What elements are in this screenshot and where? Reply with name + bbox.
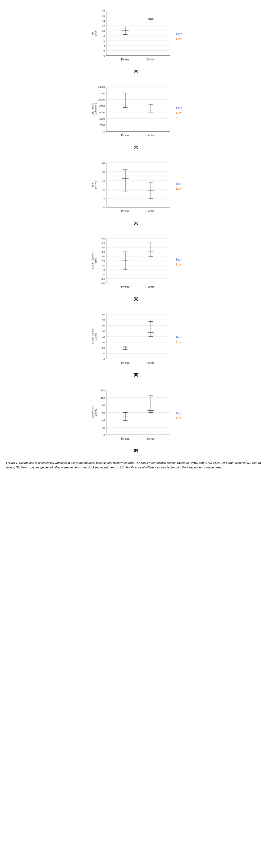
svg-text:3.0: 3.0 <box>101 255 105 258</box>
svg-text:8000: 8000 <box>99 105 105 107</box>
svg-text:25: 25 <box>102 161 105 164</box>
chart-legend-E: HighLow <box>176 335 182 345</box>
svg-text:4: 4 <box>103 44 105 47</box>
chart-svg-C: 0510152025PatientControlESR(mm/h) <box>90 157 174 219</box>
chart-section-A: 024681012141618PatientControlHb(g/dl)Hig… <box>6 5 266 73</box>
svg-text:10: 10 <box>102 188 105 191</box>
chart-svg-D: 0.00.51.01.52.02.53.03.54.04.55.0Patient… <box>90 233 174 295</box>
svg-text:20: 20 <box>102 347 105 349</box>
svg-text:120: 120 <box>101 389 105 392</box>
chart-section-C: 0510152025PatientControlESR(mm/h)HighLow… <box>6 157 266 225</box>
svg-text:20: 20 <box>102 170 105 173</box>
svg-text:Patient: Patient <box>121 134 129 137</box>
legend-high: High <box>176 32 182 37</box>
chart-legend-A: HighLow <box>176 32 182 41</box>
chart-legend-F: HighLow <box>176 411 182 421</box>
chart-caption-E: (E) <box>134 373 138 377</box>
svg-text:5.0: 5.0 <box>101 237 105 240</box>
svg-text:1.0: 1.0 <box>101 273 105 276</box>
svg-text:0.5: 0.5 <box>101 278 105 280</box>
svg-text:Patient: Patient <box>121 437 129 440</box>
svg-text:Patient: Patient <box>121 362 129 364</box>
svg-text:40: 40 <box>102 419 105 422</box>
svg-text:80: 80 <box>102 313 105 316</box>
legend-high: High <box>176 335 182 340</box>
legend-high: High <box>176 106 182 111</box>
svg-text:80: 80 <box>102 404 105 407</box>
page-container: 024681012141618PatientControlHb(g/dl)Hig… <box>6 5 266 469</box>
svg-text:14000: 14000 <box>98 86 105 88</box>
svg-text:3.5: 3.5 <box>101 251 105 254</box>
legend-dot: · <box>176 191 182 195</box>
chart-legend-D: HighLow· <box>176 257 182 271</box>
svg-text:18: 18 <box>102 10 105 12</box>
figure-label: Figure 1. <box>6 461 19 464</box>
svg-text:2000: 2000 <box>99 124 105 126</box>
svg-text:Control: Control <box>146 210 155 213</box>
chart-caption-F: (F) <box>134 448 138 453</box>
svg-text:WBC count(cells/mm³): WBC count(cells/mm³) <box>91 103 97 115</box>
chart-caption-B: (B) <box>134 145 139 149</box>
svg-text:Control: Control <box>146 285 155 288</box>
svg-text:40: 40 <box>102 336 105 338</box>
svg-text:8: 8 <box>103 35 105 37</box>
legend-dot: · <box>176 115 182 119</box>
charts-container: 024681012141618PatientControlHb(g/dl)Hig… <box>6 5 266 453</box>
legend-dot: · <box>176 267 182 271</box>
figure-text: Distribution of biochemical variables in… <box>6 461 261 469</box>
svg-text:4.5: 4.5 <box>101 242 105 245</box>
svg-text:ESR(mm/h): ESR(mm/h) <box>91 181 97 189</box>
svg-text:2.5: 2.5 <box>101 260 105 262</box>
chart-svg-B: 02000400060008000100001200014000PatientC… <box>90 81 174 144</box>
svg-text:0: 0 <box>103 206 105 209</box>
svg-text:4000: 4000 <box>99 118 105 120</box>
chart-caption-D: (D) <box>134 297 139 301</box>
chart-section-F: 020406080100120PatientControlSerum zinc(… <box>6 385 266 453</box>
svg-text:100: 100 <box>101 397 105 399</box>
chart-svg-A: 024681012141618PatientControlHb(g/dl) <box>90 5 174 68</box>
chart-section-D: 0.00.51.01.52.02.53.03.54.04.55.0Patient… <box>6 233 266 301</box>
chart-svg-E: 01020304050607080PatientControlSerum ret… <box>90 309 174 371</box>
svg-text:16: 16 <box>102 14 105 17</box>
chart-caption-C: (C) <box>134 221 139 225</box>
chart-svg-F: 020406080100120PatientControlSerum zinc(… <box>90 385 174 447</box>
chart-caption-A: (A) <box>134 69 139 73</box>
svg-text:Serum retinol(µg/dl): Serum retinol(µg/dl) <box>91 330 97 344</box>
svg-text:12000: 12000 <box>98 92 105 95</box>
svg-text:50: 50 <box>102 330 105 333</box>
chart-legend-B: HighLow· <box>176 106 182 119</box>
svg-text:4.0: 4.0 <box>101 246 105 249</box>
svg-text:Control: Control <box>146 437 155 440</box>
svg-text:Patient: Patient <box>121 58 129 61</box>
svg-text:20: 20 <box>102 426 105 429</box>
svg-text:15: 15 <box>102 179 105 182</box>
svg-text:Control: Control <box>146 362 155 364</box>
chart-section-B: 02000400060008000100001200014000PatientC… <box>6 81 266 149</box>
svg-text:Control: Control <box>146 58 155 61</box>
svg-text:Serum zinc(µg/dl): Serum zinc(µg/dl) <box>91 406 97 418</box>
legend-high: High <box>176 182 182 186</box>
svg-text:0: 0 <box>103 358 105 361</box>
legend-high: High <box>176 411 182 416</box>
svg-text:10: 10 <box>102 352 105 355</box>
svg-text:14: 14 <box>102 20 105 23</box>
svg-text:12: 12 <box>102 25 105 27</box>
legend-low: Low <box>176 340 182 345</box>
legend-low: Low <box>176 37 182 41</box>
svg-text:10000: 10000 <box>98 98 105 101</box>
svg-text:30: 30 <box>102 341 105 344</box>
svg-text:6: 6 <box>103 39 105 42</box>
svg-text:6000: 6000 <box>99 111 105 114</box>
chart-legend-C: HighLow· <box>176 182 182 195</box>
svg-text:60: 60 <box>102 411 105 414</box>
chart-section-E: 01020304050607080PatientControlSerum ret… <box>6 309 266 377</box>
svg-text:Patient: Patient <box>121 285 129 288</box>
svg-text:0.0: 0.0 <box>101 282 105 285</box>
svg-text:0: 0 <box>103 130 105 133</box>
legend-low: Low <box>176 416 182 421</box>
svg-text:Control: Control <box>146 134 155 137</box>
svg-text:Patient: Patient <box>121 210 129 213</box>
svg-text:Serum albumin(g/dl): Serum albumin(g/dl) <box>91 252 97 269</box>
svg-text:1.5: 1.5 <box>101 269 105 272</box>
legend-high: High <box>176 257 182 262</box>
